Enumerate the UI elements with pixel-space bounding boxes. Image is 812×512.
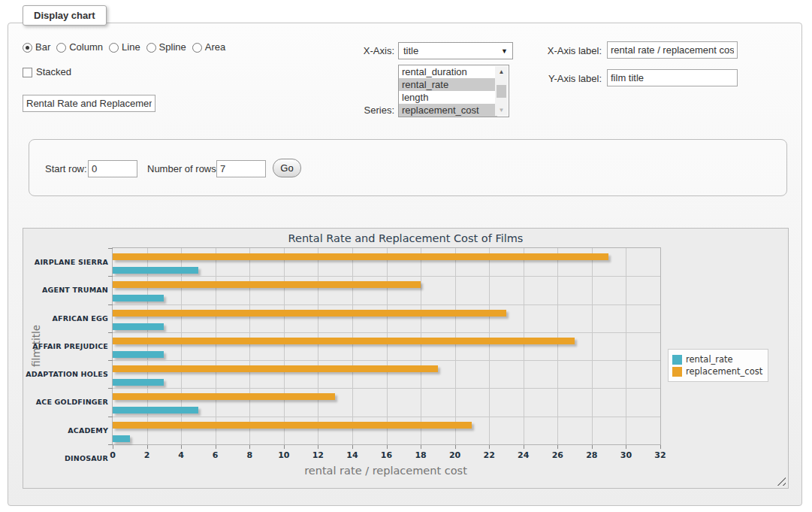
x-tick-label: 20: [440, 450, 470, 460]
legend-swatch: [672, 355, 682, 365]
chart-type-radio-column[interactable]: [56, 43, 66, 53]
chart-type-radio-line[interactable]: [109, 43, 119, 53]
y-tick-mark: [108, 360, 113, 361]
start-row-label: Start row:: [45, 163, 87, 175]
x-axis-select-label: X-Axis:: [331, 45, 394, 57]
bar-replacement_cost: [113, 310, 506, 317]
x-tick-label: 6: [201, 450, 231, 460]
gridline: [113, 388, 660, 389]
x-axis-label-input[interactable]: [607, 41, 738, 59]
page: { "panel_legend": "Display chart", "char…: [0, 0, 812, 512]
x-tick-label: 8: [234, 450, 264, 460]
stacked-checkbox[interactable]: [23, 68, 32, 77]
gridline: [216, 248, 216, 444]
gridline: [592, 248, 593, 444]
chart-container: Rental Rate and Replacement Cost of Film…: [23, 228, 789, 489]
gridline: [318, 248, 318, 444]
gridline: [421, 248, 421, 444]
legend-item-replacement_cost: replacement_cost: [672, 366, 762, 377]
x-axis-select[interactable]: title ▼: [398, 42, 513, 59]
scrollbar-thumb[interactable]: [497, 85, 506, 98]
y-tick-mark: [108, 276, 113, 277]
gridline: [387, 248, 388, 444]
chart-type-radio-bar[interactable]: [23, 43, 32, 53]
scroll-down-icon[interactable]: ▼: [495, 105, 508, 116]
x-tick-mark: [557, 445, 558, 449]
series-multiselect[interactable]: rental_durationrental_ratelengthreplacem…: [398, 65, 509, 117]
category-label: ACE GOLDFINGER: [26, 388, 108, 416]
chart-type-label: Spline: [159, 41, 186, 53]
gridline: [557, 248, 558, 444]
panel-title: Display chart: [23, 5, 107, 26]
x-tick-label: 18: [406, 450, 436, 460]
y-tick-mark: [108, 304, 113, 305]
bar-replacement_cost: [113, 393, 335, 400]
x-tick-label: 12: [303, 450, 333, 460]
x-tick-label: 4: [166, 450, 196, 460]
y-axis-label-input[interactable]: [607, 69, 738, 86]
series-scrollbar[interactable]: ▲ ▼: [495, 66, 508, 116]
gridline: [113, 276, 660, 277]
gridline: [489, 248, 490, 444]
gridline: [284, 248, 285, 444]
start-row-input[interactable]: [88, 160, 137, 177]
gridline: [113, 304, 660, 305]
bar-replacement_cost: [113, 281, 421, 288]
bar-replacement_cost: [113, 422, 472, 429]
x-tick-mark: [318, 445, 318, 449]
x-tick-mark: [352, 445, 353, 449]
chart-title-input[interactable]: [23, 95, 155, 112]
legend-item-rental_rate: rental_rate: [672, 354, 762, 365]
x-tick-label: 26: [542, 450, 572, 460]
y-axis-title: film title: [30, 304, 42, 387]
series-option-length[interactable]: length: [399, 91, 497, 104]
series-option-rental_rate[interactable]: rental_rate: [399, 78, 497, 91]
x-tick-mark: [592, 445, 593, 449]
chart-type-radio-area[interactable]: [192, 43, 202, 53]
chevron-down-icon: ▼: [501, 47, 508, 55]
chart-type-option-spline: Spline: [146, 41, 186, 53]
x-tick-mark: [626, 445, 626, 449]
x-tick-mark: [421, 445, 421, 449]
category-label: AGENT TRUMAN: [26, 276, 108, 304]
gridline: [249, 248, 250, 444]
bar-replacement_cost: [113, 338, 575, 344]
plot-area: 02468101214161820222426283032AIRPLANE SI…: [112, 247, 661, 445]
bar-rental_rate: [113, 295, 164, 301]
stacked-row: Stacked: [23, 66, 71, 78]
chart-type-radio-spline[interactable]: [146, 43, 156, 53]
gridline: [181, 248, 182, 444]
x-tick-mark: [524, 445, 524, 449]
x-tick-label: 2: [132, 450, 162, 460]
chart-type-label: Line: [122, 41, 140, 53]
x-tick-mark: [660, 445, 661, 449]
y-tick-mark: [108, 248, 113, 249]
y-tick-mark: [108, 388, 113, 389]
legend-swatch: [672, 367, 682, 377]
chart-type-label: Area: [205, 41, 225, 53]
bar-rental_rate: [113, 267, 198, 274]
go-button[interactable]: Go: [273, 159, 301, 177]
series-option-rental_duration[interactable]: rental_duration: [399, 65, 497, 78]
bar-replacement_cost: [113, 253, 608, 260]
x-tick-label: 10: [269, 450, 299, 460]
x-tick-mark: [455, 445, 456, 449]
x-axis-selected-value: title: [403, 45, 418, 56]
chart-type-option-bar: Bar: [23, 41, 50, 53]
chart-type-option-line: Line: [109, 41, 140, 53]
category-label: ACADEMY DINOSAUR: [26, 417, 108, 444]
gridline: [524, 248, 524, 444]
x-tick-label: 22: [474, 450, 504, 460]
scroll-up-icon[interactable]: ▲: [495, 66, 508, 77]
bar-rental_rate: [113, 435, 130, 442]
x-axis-title: rental rate / replacement cost: [112, 465, 660, 477]
num-rows-input[interactable]: [216, 160, 266, 177]
resize-handle-icon[interactable]: [777, 477, 786, 486]
x-tick-mark: [249, 445, 250, 449]
gridline: [113, 360, 660, 361]
x-tick-mark: [387, 445, 388, 449]
bar-rental_rate: [113, 351, 164, 358]
x-tick-mark: [284, 445, 285, 449]
series-option-replacement_cost[interactable]: replacement_cost: [399, 104, 497, 117]
chart-type-label: Bar: [35, 41, 50, 53]
